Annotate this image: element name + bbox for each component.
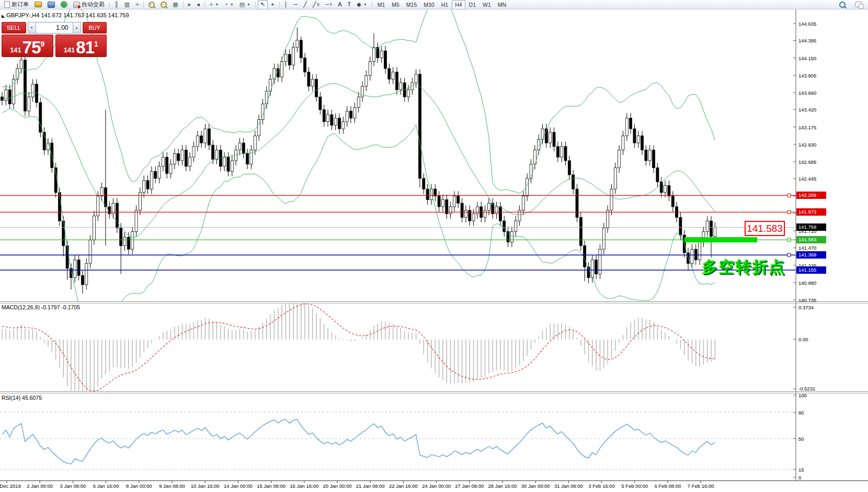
candle-body — [446, 199, 448, 214]
bar-chart-button[interactable]: ║ — [112, 0, 121, 9]
arrows-button[interactable]: ◆▼ — [354, 0, 369, 9]
trendline-button[interactable]: ╱ — [301, 0, 310, 9]
fibonacci-button[interactable]: ┄F — [323, 0, 335, 9]
candle-body — [231, 161, 233, 171]
candle-body — [1, 97, 4, 100]
sell-price[interactable]: 141 75 9 — [2, 35, 53, 57]
time-axis-label: 30 Dec 2019 — [0, 483, 21, 489]
autotrading-icon — [73, 2, 80, 8]
timeframe-h4-button[interactable]: H4 — [452, 0, 465, 9]
turning-point-annotation[interactable]: 多空转折点 — [702, 256, 785, 278]
y-axis-tick-label: 142.445 — [798, 176, 816, 182]
candle-body — [250, 150, 253, 164]
timeframe-m15-button[interactable]: M15 — [403, 0, 420, 9]
charts-stack-button[interactable] — [32, 0, 44, 9]
templates-button[interactable]: ▤▼ — [237, 0, 253, 9]
chevron-down-icon[interactable]: ▼ — [247, 3, 250, 6]
autotrading-button-label: 自动交易 — [82, 1, 105, 8]
timeframe-w1-button[interactable]: W1 — [479, 0, 494, 9]
candle-body — [62, 221, 65, 245]
candle-body — [154, 171, 157, 178]
candle-body — [338, 118, 341, 129]
new-chart-button[interactable]: +▼ — [207, 0, 221, 9]
time-axis-label: 3 Feb 16:00 — [588, 483, 615, 489]
candle-body — [120, 228, 122, 246]
buy-button[interactable]: BUY — [83, 22, 107, 33]
channel-button[interactable]: ╱E — [310, 0, 322, 9]
volume-input[interactable] — [36, 22, 73, 33]
community-chat-button[interactable] — [852, 0, 865, 9]
price-chart[interactable] — [0, 0, 868, 492]
chevron-down-icon[interactable]: ▼ — [363, 3, 367, 6]
candle-body — [373, 47, 375, 61]
line-chart-button[interactable]: ≈ — [133, 0, 141, 9]
tile-windows-button[interactable]: ▦ — [170, 0, 180, 9]
candle-body — [342, 122, 345, 129]
buy-price-sup: 1 — [94, 35, 98, 53]
candle-body — [288, 54, 291, 65]
chart-shift-button[interactable]: ◂ — [194, 0, 202, 9]
volume-increase-button[interactable]: ▲ — [73, 22, 81, 33]
candle-body — [292, 47, 295, 65]
timeframe-m30-button[interactable]: M30 — [420, 0, 437, 9]
sell-button[interactable]: SELL — [2, 22, 26, 33]
symbol-search-button[interactable] — [837, 0, 848, 9]
y-axis-tick-label: 143.905 — [798, 72, 816, 78]
y-axis-tick-label: 140.735 — [798, 297, 816, 303]
autotrading-button[interactable]: 自动交易 — [71, 0, 107, 9]
zoom-out-button[interactable]: − — [158, 0, 169, 9]
candle-body — [388, 69, 391, 79]
candle-body — [189, 157, 191, 166]
timeframe-h1-button[interactable]: H1 — [438, 0, 451, 9]
price-badge: 141.155 — [796, 266, 826, 274]
candlestick-chart-button[interactable]: ▥ — [122, 0, 132, 9]
volume-decrease-button[interactable]: ▼ — [28, 22, 36, 33]
candle-body — [510, 231, 513, 242]
candle-body — [223, 157, 226, 166]
candle-body — [457, 196, 460, 204]
text-button[interactable]: A — [335, 0, 344, 9]
horizontal-line-button[interactable]: ─ — [291, 0, 301, 9]
candle-body — [323, 109, 325, 121]
chevron-down-icon[interactable]: ▼ — [215, 3, 219, 6]
signal-button[interactable] — [58, 0, 70, 9]
toolbar: 新订单自动交易║▥≈+−▦▸◂+▼◔▼▤▼↖+│─╱╱E┄FAT◆▼M1M5M1… — [0, 0, 868, 9]
profile-button[interactable] — [45, 0, 58, 9]
toolbar-separator — [204, 2, 205, 8]
text-label-button[interactable]: T — [345, 0, 354, 9]
candle-body — [441, 199, 444, 207]
time-axis-label: 14 Jan 00:00 — [224, 483, 253, 489]
new-order-button[interactable]: 新订单 — [2, 0, 31, 9]
candle-body — [641, 136, 644, 150]
time-axis-label: 15 Jan 08:00 — [257, 483, 285, 489]
candle-body — [177, 153, 180, 161]
line-endpoint-handle — [787, 253, 791, 256]
candle-body — [28, 97, 30, 111]
line-endpoint-handle — [787, 210, 791, 214]
candle-body — [192, 147, 195, 157]
candle-body — [311, 79, 314, 86]
zoom-out-icon: − — [161, 2, 167, 8]
timeframe-m5-button[interactable]: M5 — [389, 0, 403, 9]
cursor-button[interactable]: ↖ — [258, 0, 268, 9]
timeframe-m1-button[interactable]: M1 — [374, 0, 389, 9]
timeframe-mn-button[interactable]: MN — [495, 0, 509, 9]
candle-body — [300, 40, 302, 58]
zoom-in-button[interactable]: + — [146, 0, 157, 9]
chevron-down-icon[interactable]: ▼ — [230, 3, 234, 6]
auto-scroll-button[interactable]: ▸ — [186, 0, 194, 9]
candle-body — [327, 115, 329, 122]
buy-price-prefix: 141 — [64, 45, 75, 55]
periods-button[interactable]: ◔▼ — [222, 0, 236, 9]
timeframe-d1-button[interactable]: D1 — [466, 0, 479, 9]
rsi-scale-label: 50 — [798, 436, 804, 442]
vertical-line-button[interactable]: │ — [282, 0, 291, 9]
crosshair-button[interactable]: + — [268, 0, 277, 9]
y-axis-tick-label: 142.685 — [798, 159, 816, 164]
candle-body — [561, 147, 563, 157]
candle-body — [564, 147, 567, 161]
price-annotation-label[interactable]: 141.583 — [745, 221, 785, 236]
community-chat-icon-icon — [855, 2, 862, 7]
buy-price[interactable]: 141 81 1 — [55, 35, 107, 57]
sell-price-prefix: 141 — [10, 45, 21, 55]
